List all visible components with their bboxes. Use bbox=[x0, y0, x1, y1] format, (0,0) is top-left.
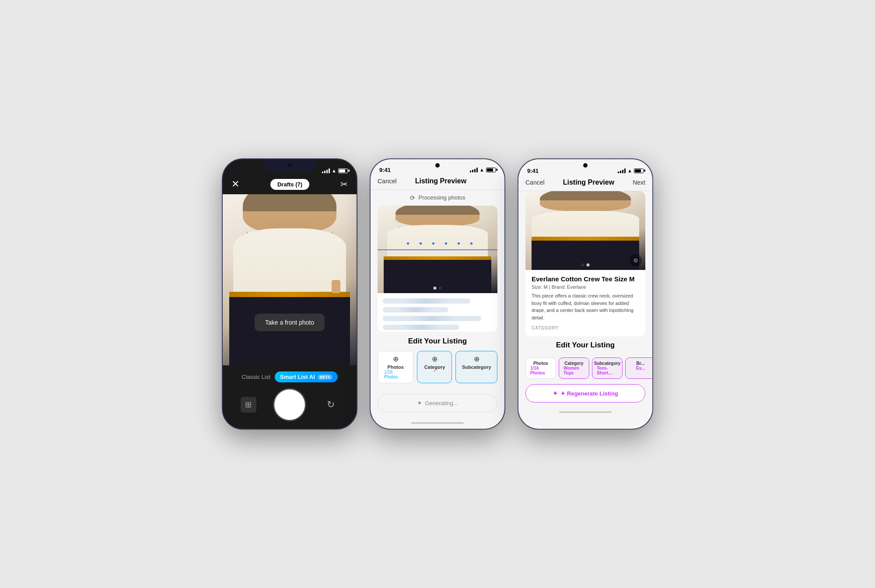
wifi-icon-2: ▲ bbox=[480, 167, 484, 172]
generating-text: Generating... bbox=[425, 400, 458, 406]
generating-sparkle-icon: ✦ bbox=[417, 399, 422, 406]
listing-info: Everlane Cotton Crew Tee Size M Size: M … bbox=[525, 270, 645, 336]
camera-status-icons: ▲ bbox=[322, 168, 348, 173]
next-button-3[interactable]: Next bbox=[633, 179, 645, 186]
skeleton-line-2 bbox=[383, 307, 448, 312]
classic-list-label[interactable]: Classic List bbox=[242, 374, 270, 380]
camera-viewfinder: Take a front photo bbox=[223, 194, 357, 365]
cancel-button-2[interactable]: Cancel bbox=[378, 178, 397, 185]
photos-tab-count: 1/16 Photos bbox=[384, 370, 407, 379]
camera-controls: ⊞ ↻ bbox=[231, 389, 348, 420]
cancel-button-3[interactable]: Cancel bbox=[525, 179, 545, 186]
photos-tab-icon: ⊕ bbox=[393, 355, 399, 363]
phone-camera: ▲ ✕ Drafts (7) ✂ bbox=[222, 158, 357, 430]
tab-photos-2[interactable]: ⊕ Photos 1/16 Photos bbox=[378, 351, 413, 383]
category-required-mark: * bbox=[434, 370, 436, 374]
result-tab-category[interactable]: Category Women Tops bbox=[559, 357, 589, 379]
result-category-value: Women Tops bbox=[564, 366, 584, 375]
processing-text: Processing photos bbox=[419, 194, 466, 201]
processing-notch bbox=[411, 159, 464, 172]
signal-icon-2 bbox=[470, 167, 478, 172]
phones-container: ▲ ✕ Drafts (7) ✂ bbox=[222, 158, 653, 430]
camera-screen-content: ▲ ✕ Drafts (7) ✂ bbox=[223, 159, 357, 429]
subcategory-tab-icon: ⊕ bbox=[474, 355, 480, 363]
home-indicator-2 bbox=[371, 417, 504, 429]
battery-icon-3 bbox=[634, 168, 644, 173]
result-tab-photos[interactable]: Photos 1/16 Photos bbox=[525, 357, 556, 379]
processing-screen-content: 9:41 ▲ bbox=[371, 159, 504, 429]
regenerate-label: ✦ Regenerate Listing bbox=[560, 390, 618, 397]
wifi-icon-3: ▲ bbox=[627, 168, 632, 173]
category-tab-icon: ⊕ bbox=[432, 355, 438, 363]
result-subcategory-value: Tees- Short... bbox=[597, 366, 618, 375]
result-subcategory-label: Subcategory bbox=[594, 361, 621, 366]
smart-list-label: Smart List AI bbox=[280, 374, 315, 380]
person-hair bbox=[243, 194, 336, 211]
person-hair-2 bbox=[396, 206, 480, 215]
skeleton-line-3 bbox=[383, 316, 481, 321]
shutter-button[interactable] bbox=[274, 389, 305, 420]
gallery-button[interactable]: ⊞ bbox=[241, 397, 256, 413]
photos-tab-label: Photos bbox=[388, 364, 404, 370]
category-section-label: CATEGORY bbox=[532, 326, 639, 330]
processing-banner: ⟳ Processing photos bbox=[371, 190, 504, 206]
product-meta: Size: M | Brand: Everlane bbox=[532, 284, 639, 290]
phone-result-screen: 9:41 ▲ bbox=[518, 159, 652, 429]
result-header: Cancel Listing Preview Next bbox=[518, 178, 652, 191]
phone-camera-screen: ▲ ✕ Drafts (7) ✂ bbox=[223, 159, 357, 429]
result-listing-tabs: Photos 1/16 Photos Category Women Tops S… bbox=[518, 357, 652, 381]
result-photos-count: 1/16 Photos bbox=[530, 366, 551, 375]
wifi-icon: ▲ bbox=[332, 168, 336, 173]
skeleton-line-4 bbox=[383, 325, 459, 330]
result-time: 9:41 bbox=[527, 168, 539, 174]
product-description: This piece offers a classic crew neck, o… bbox=[532, 292, 639, 321]
processing-spinner: ⟳ bbox=[410, 194, 415, 201]
phone-processing: 9:41 ▲ bbox=[370, 158, 505, 430]
result-photo: ⊙ bbox=[525, 191, 645, 270]
result-photos-label: Photos bbox=[533, 361, 548, 366]
phone-result: 9:41 ▲ bbox=[518, 158, 653, 430]
camera-notch bbox=[263, 159, 316, 172]
subcategory-tab-label: Subcategory bbox=[462, 364, 491, 370]
result-tab-brand[interactable]: Br... Ev... bbox=[625, 357, 652, 379]
scan-line bbox=[378, 249, 497, 250]
result-tab-subcategory[interactable]: Subcategory Tees- Short... bbox=[592, 357, 623, 379]
notch-dot-3 bbox=[583, 163, 588, 168]
close-button[interactable]: ✕ bbox=[231, 178, 239, 190]
result-notch bbox=[559, 159, 612, 172]
skeleton-line-1 bbox=[383, 298, 470, 304]
processing-status-icons: ▲ bbox=[470, 167, 496, 172]
scan-dots bbox=[402, 239, 486, 248]
camera-header: ✕ Drafts (7) ✂ bbox=[223, 178, 357, 194]
edit-listing-section-2: Edit Your Listing ⊕ Photos 1/16 Photos ⊕… bbox=[371, 332, 504, 388]
battery-icon bbox=[338, 168, 348, 173]
result-hair bbox=[540, 191, 631, 200]
tab-subcategory-2[interactable]: ⊕ Subcategory bbox=[455, 351, 497, 383]
listing-tabs-2: ⊕ Photos 1/16 Photos ⊕ Category * ⊕ Subc… bbox=[378, 351, 497, 385]
edit-photo-button[interactable]: ⊙ bbox=[630, 254, 642, 266]
skeleton-loading bbox=[378, 293, 497, 332]
scissors-icon[interactable]: ✂ bbox=[340, 179, 348, 189]
listing-image-card-processing bbox=[378, 206, 497, 332]
home-bar-2 bbox=[411, 422, 464, 424]
camera-photo: Take a front photo bbox=[223, 194, 357, 365]
tab-category-2[interactable]: ⊕ Category * bbox=[417, 351, 452, 383]
result-category-label: Category bbox=[564, 361, 583, 366]
result-edit-section: Edit Your Listing bbox=[518, 336, 652, 357]
notch-dot bbox=[287, 163, 292, 168]
flip-camera-button[interactable]: ↻ bbox=[323, 397, 339, 413]
camera-prompt: Take a front photo bbox=[255, 314, 325, 331]
processing-time: 9:41 bbox=[379, 167, 391, 173]
beta-badge: BETA bbox=[318, 374, 332, 380]
result-brand-label: Br... bbox=[637, 361, 645, 366]
smart-list-button[interactable]: Smart List AI BETA bbox=[275, 371, 338, 382]
result-screen-content: 9:41 ▲ bbox=[518, 159, 652, 429]
camera-bottom: Classic List Smart List AI BETA ⊞ ↻ bbox=[223, 365, 357, 429]
listing-preview-title-3: Listing Preview bbox=[563, 178, 614, 186]
result-edit-title: Edit Your Listing bbox=[525, 341, 645, 350]
processing-header: Cancel Listing Preview Next bbox=[371, 177, 504, 190]
drafts-badge[interactable]: Drafts (7) bbox=[270, 179, 309, 190]
result-image-dots bbox=[581, 263, 590, 266]
regenerate-button[interactable]: ✦ ✦ Regenerate Listing bbox=[525, 384, 645, 402]
regenerate-sparkle-icon: ✦ bbox=[553, 390, 558, 397]
